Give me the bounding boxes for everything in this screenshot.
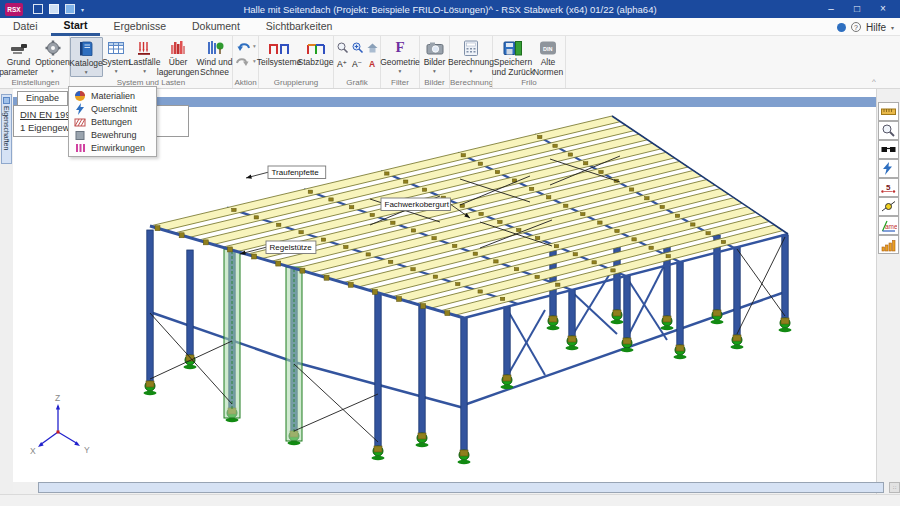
horizontal-scrollbar[interactable] xyxy=(38,482,884,493)
gear-icon xyxy=(42,37,64,58)
lightning-icon xyxy=(880,161,897,176)
section-button[interactable] xyxy=(878,159,899,178)
loads-icon xyxy=(134,37,156,58)
quick-access-toolbar: ▾ xyxy=(33,4,84,14)
kataloge-button[interactable]: Kataloge ▾ xyxy=(70,37,103,77)
results-chart-button[interactable] xyxy=(878,235,899,254)
ueberlagerungen-button[interactable]: Über lagerungen xyxy=(160,37,197,77)
speichern-zurueck-button[interactable]: Speichern und Zurück xyxy=(494,37,532,77)
svg-text:Fachwerkobergurt: Fachwerkobergurt xyxy=(385,200,450,209)
ruler-icon xyxy=(880,104,897,119)
ribbon: Grund parameter Optionen ▾ Einstellungen… xyxy=(0,36,900,89)
bar-chart-icon xyxy=(880,237,897,252)
zoom-button[interactable] xyxy=(335,40,349,55)
filter-f-icon: F xyxy=(395,39,404,56)
zoom-window-button[interactable] xyxy=(350,40,364,55)
node-icon xyxy=(880,199,897,214)
menu-datei[interactable]: Datei xyxy=(0,18,51,36)
ribbon-collapse-icon[interactable]: ^ xyxy=(872,77,876,86)
berechnung-button[interactable]: Berechnung ▾ xyxy=(450,37,492,74)
undo-button[interactable]: ▾ xyxy=(235,40,256,52)
maximize-button[interactable]: □ xyxy=(844,0,870,18)
table-icon xyxy=(105,37,127,58)
font-reset-button[interactable]: A xyxy=(365,56,379,71)
menu-dokument[interactable]: Dokument xyxy=(179,18,253,36)
menu-item-materialien[interactable]: Materialien xyxy=(69,89,156,102)
svg-text:Regelstütze: Regelstütze xyxy=(270,243,313,252)
svg-text:DIN: DIN xyxy=(543,45,553,51)
camera-icon xyxy=(424,37,446,58)
menu-item-einwirkungen[interactable]: Einwirkungen xyxy=(69,141,156,154)
magnifier-plus-icon xyxy=(351,41,364,54)
group-gruppierung: Teilsysteme Stabzüge Gruppierung xyxy=(259,36,334,88)
kataloge-dropdown: Materialien Querschnitt Bettungen Bewehr… xyxy=(68,86,157,157)
bilder-button[interactable]: Bilder ▾ xyxy=(421,37,449,74)
ruler-button[interactable] xyxy=(878,102,899,121)
font-smaller-button[interactable]: A⁻ xyxy=(350,56,364,71)
statusbar xyxy=(0,494,900,506)
redo-button[interactable]: ▾ xyxy=(235,55,256,67)
font-larger-button[interactable]: A⁺ xyxy=(335,56,349,71)
help-icon[interactable]: ? xyxy=(851,22,861,32)
menu-sichtbarkeiten[interactable]: Sichtbarkeiten xyxy=(253,18,346,36)
grundparameter-button[interactable]: Grund parameter xyxy=(2,37,36,77)
qat-caret-icon[interactable]: ▾ xyxy=(81,6,84,13)
viewport-canvas[interactable]: TraufenpfetteFachwerkobergurtRegelstütze… xyxy=(13,107,876,482)
titlebar: RSX ▾ Halle mit Seitendach (Projekt: Bei… xyxy=(0,0,900,18)
help-caret-icon[interactable]: ▾ xyxy=(891,24,894,31)
stabzuege-button[interactable]: Stabzüge xyxy=(299,37,333,68)
menu-item-bewehrung[interactable]: Bewehrung xyxy=(69,128,156,141)
menu-ergebnisse[interactable]: Ergebnisse xyxy=(100,18,179,36)
wind-snow-icon xyxy=(204,37,226,58)
svg-text:ame: ame xyxy=(885,223,897,230)
subsystems-icon xyxy=(266,37,292,58)
minimize-button[interactable]: – xyxy=(818,0,844,18)
din-badge-icon: DIN xyxy=(537,37,559,58)
save-icon[interactable] xyxy=(49,4,59,14)
actions-icon xyxy=(74,142,86,154)
status-dot-icon xyxy=(837,23,846,32)
svg-text:Z: Z xyxy=(55,393,60,403)
dimension-icon: 5 xyxy=(880,180,897,195)
names-button[interactable]: ame xyxy=(878,216,899,235)
group-system-lasten: Kataloge ▾ System ▾ Lastfälle ▾ xyxy=(70,36,233,88)
tab-eingabe[interactable]: Eingabe xyxy=(17,91,68,105)
help-menu[interactable]: Hilfe xyxy=(866,22,886,33)
base-parameters-icon xyxy=(8,37,30,58)
group-filter: F Geometrie ▾ Filter xyxy=(381,36,420,88)
optionen-button[interactable]: Optionen ▾ xyxy=(36,37,70,77)
window-icon[interactable] xyxy=(65,4,75,14)
zoom-tool-button[interactable] xyxy=(878,121,899,140)
menu-start[interactable]: Start xyxy=(51,18,101,36)
properties-icon xyxy=(3,97,10,104)
menu-item-querschnitt[interactable]: Querschnitt xyxy=(69,102,156,115)
svg-text:5: 5 xyxy=(886,183,891,192)
menubar: Datei Start Ergebnisse Dokument Sichtbar… xyxy=(0,18,900,36)
group-frilo: Speichern und Zurück DIN Alte Normen Fri… xyxy=(493,36,566,88)
node-button[interactable] xyxy=(878,197,899,216)
new-file-icon[interactable] xyxy=(33,4,43,14)
group-grafik: A⁺ A⁻ A Grafik xyxy=(334,36,381,88)
undo-icon xyxy=(235,40,251,52)
redo-icon xyxy=(235,55,251,67)
lastfaelle-button[interactable]: Lastfälle ▾ xyxy=(130,37,160,77)
save-return-icon xyxy=(501,37,525,58)
visibility-button[interactable] xyxy=(878,140,899,159)
system-button[interactable]: System ▾ xyxy=(103,37,130,77)
app-logo-icon: RSX xyxy=(5,3,23,16)
teilsysteme-button[interactable]: Teilsysteme xyxy=(260,37,299,68)
reinforcement-icon xyxy=(74,129,86,141)
dimension-button[interactable]: 5 xyxy=(878,178,899,197)
alte-normen-button[interactable]: DIN Alte Normen xyxy=(532,37,564,77)
group-aktion: ▾ ▾ Aktion xyxy=(233,36,259,88)
sidebar-tab-eigenschaften[interactable]: Eigenschaften xyxy=(1,94,12,164)
group-einstellungen: Grund parameter Optionen ▾ Einstellungen xyxy=(2,36,70,88)
close-button[interactable]: × xyxy=(870,0,896,18)
cross-section-icon xyxy=(74,103,86,115)
geometrie-button[interactable]: F Geometrie ▾ xyxy=(381,37,419,74)
wind-schnee-button[interactable]: Wind und Schnee xyxy=(197,37,233,77)
zoom-home-button[interactable] xyxy=(365,40,379,55)
menu-item-bettungen[interactable]: Bettungen xyxy=(69,115,156,128)
resize-grip[interactable]: ∷ xyxy=(889,482,900,493)
group-berechnung: Berechnung ▾ Berechnung xyxy=(450,36,493,88)
